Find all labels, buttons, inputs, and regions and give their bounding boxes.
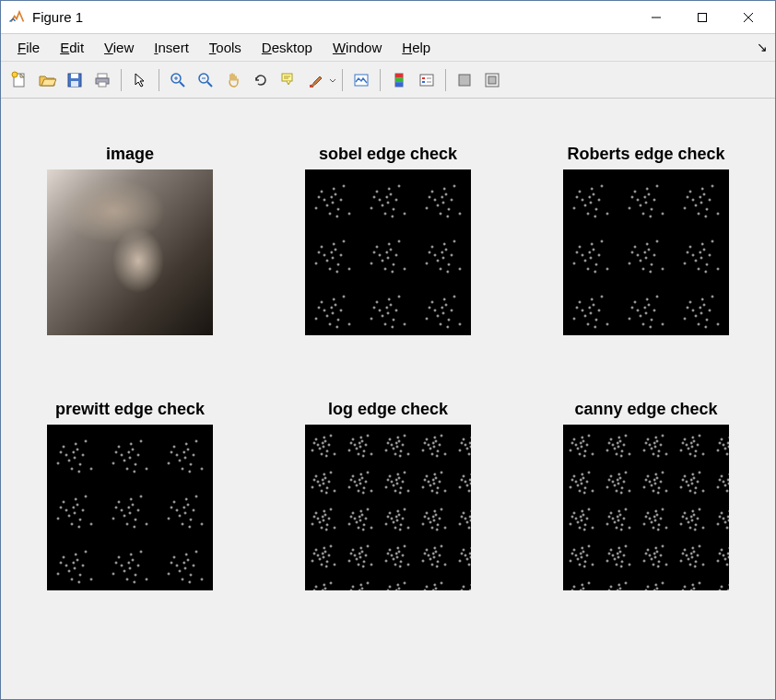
- menu-window[interactable]: Window: [323, 36, 391, 59]
- subplot-image[interactable]: [47, 425, 213, 590]
- svg-rect-22: [310, 85, 312, 88]
- subplot-image[interactable]: [563, 169, 729, 335]
- zoom-out-button[interactable]: [193, 67, 218, 93]
- subplot-image[interactable]: [305, 169, 471, 335]
- svg-rect-9: [98, 74, 107, 78]
- toolbar-separator: [121, 69, 122, 91]
- svg-rect-33: [459, 75, 470, 86]
- menu-insert[interactable]: Insert: [145, 36, 198, 59]
- svg-rect-8: [71, 81, 78, 87]
- subplot-title: image: [106, 145, 154, 164]
- datatip-button[interactable]: [276, 67, 301, 93]
- menubar: File Edit View Insert Tools Desktop Wind…: [1, 34, 775, 62]
- dock-arrow-icon[interactable]: ↘: [757, 40, 768, 54]
- subplot-title: prewitt edge check: [55, 400, 205, 419]
- print-button[interactable]: [89, 67, 115, 93]
- subplot-4: prewitt edge check: [29, 400, 231, 590]
- subplot-6: canny edge check: [545, 400, 747, 590]
- svg-rect-26: [395, 77, 403, 82]
- toolbar-separator: [342, 69, 343, 91]
- zoom-in-button[interactable]: [165, 67, 191, 93]
- subplot-2: sobel edge check: [287, 145, 489, 335]
- pan-button[interactable]: [220, 67, 246, 93]
- subplot-grid: image sobel edge check Roberts edge chec…: [29, 117, 747, 590]
- svg-rect-1: [699, 13, 707, 21]
- svg-rect-28: [420, 75, 433, 86]
- show-tools-button[interactable]: [479, 67, 505, 93]
- save-button[interactable]: [62, 67, 88, 93]
- svg-rect-11: [99, 82, 106, 87]
- minimize-button[interactable]: [633, 1, 679, 34]
- svg-rect-35: [488, 76, 496, 84]
- subplot-title: canny edge check: [574, 400, 717, 419]
- figure-area: image sobel edge check Roberts edge chec…: [1, 99, 775, 699]
- toolbar-separator: [380, 69, 381, 91]
- new-figure-button[interactable]: [6, 67, 32, 93]
- svg-line-13: [180, 82, 184, 87]
- toolbar-separator: [445, 69, 446, 91]
- matlab-icon: [8, 9, 25, 26]
- menu-view[interactable]: View: [95, 36, 143, 59]
- brush-button[interactable]: [303, 67, 329, 93]
- subplot-image[interactable]: [47, 169, 213, 335]
- subplot-1: image: [29, 145, 231, 335]
- subplot-title: sobel edge check: [319, 145, 457, 164]
- svg-point-5: [12, 72, 18, 77]
- link-button[interactable]: [348, 67, 374, 93]
- menu-tools[interactable]: Tools: [200, 36, 251, 59]
- menu-edit[interactable]: Edit: [51, 36, 93, 59]
- subplot-title: Roberts edge check: [567, 145, 724, 164]
- legend-button[interactable]: [414, 67, 440, 93]
- subplot-5: log edge check: [287, 400, 489, 590]
- svg-line-17: [207, 82, 212, 87]
- svg-rect-19: [282, 74, 292, 81]
- hide-tools-button[interactable]: [452, 67, 477, 93]
- toolbar-separator: [159, 69, 159, 91]
- menu-file[interactable]: File: [8, 36, 49, 59]
- subplot-image[interactable]: [305, 425, 471, 590]
- brush-dropdown-icon[interactable]: [329, 71, 336, 89]
- svg-rect-25: [395, 74, 403, 78]
- menu-help[interactable]: Help: [393, 36, 440, 59]
- subplot-title: log edge check: [328, 400, 448, 419]
- window-title: Figure 1: [32, 9, 633, 25]
- svg-rect-27: [395, 82, 403, 87]
- toolbar: [1, 62, 775, 99]
- close-button[interactable]: [725, 1, 771, 34]
- colorbar-button[interactable]: [386, 67, 412, 93]
- menu-desktop[interactable]: Desktop: [253, 36, 322, 59]
- subplot-3: Roberts edge check: [545, 145, 747, 335]
- maximize-button[interactable]: [679, 1, 725, 34]
- svg-rect-7: [71, 74, 78, 78]
- pointer-button[interactable]: [127, 67, 153, 93]
- open-button[interactable]: [34, 67, 60, 93]
- subplot-image[interactable]: [563, 425, 729, 590]
- titlebar: Figure 1: [1, 1, 775, 34]
- rotate-button[interactable]: [248, 67, 274, 93]
